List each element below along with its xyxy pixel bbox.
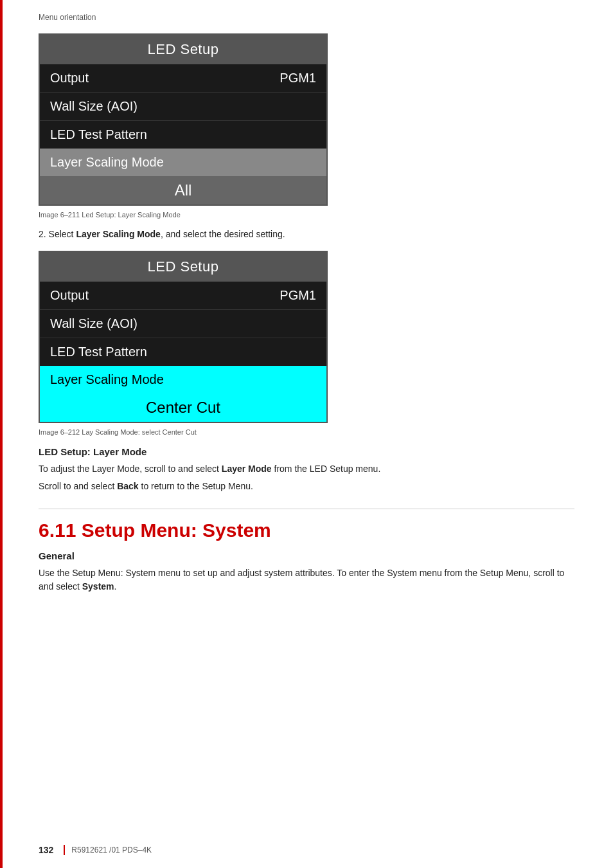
footer-doc-ref: R5912621 /01 PDS–4K xyxy=(71,845,152,854)
led-menu-box-2: LED Setup Output PGM1 Wall Size (AOI) LE… xyxy=(39,251,328,423)
led-menu-row-label: Output xyxy=(50,71,89,86)
subsection1-bold2: Back xyxy=(117,481,138,491)
led-menu-row-testpattern-2: LED Test Pattern xyxy=(40,338,326,366)
led-menu-row-output-1: Output PGM1 xyxy=(40,64,326,93)
led-menu-selected-value-2: Center Cut xyxy=(40,393,326,422)
general-body: Use the Setup Menu: System menu to set u… xyxy=(39,566,574,593)
led-menu-title-2: LED Setup xyxy=(40,252,326,282)
footer-page-number: 132 xyxy=(39,845,53,855)
led-menu-row-label: LED Test Pattern xyxy=(50,345,147,359)
footer-separator xyxy=(64,845,65,855)
subsection1-heading: LED Setup: Layer Mode xyxy=(39,446,574,457)
subsection1-body2: Scroll to and select Back to return to t… xyxy=(39,480,574,493)
led-menu-row-testpattern-1: LED Test Pattern xyxy=(40,121,326,149)
led-menu-row-label: Layer Scaling Mode xyxy=(50,155,164,170)
led-menu-row-label: Layer Scaling Mode xyxy=(50,372,164,387)
led-menu-row-scalingmode-2: Layer Scaling Mode xyxy=(40,366,326,393)
led-menu-row-wallsize-2: Wall Size (AOI) xyxy=(40,310,326,338)
step2-after: , and select the desired setting. xyxy=(161,229,285,239)
step2-before: Select xyxy=(49,229,76,239)
led-menu-row-label: Wall Size (AOI) xyxy=(50,99,138,114)
image1-caption: Image 6–211 Led Setup: Layer Scaling Mod… xyxy=(39,211,574,219)
general-heading: General xyxy=(39,550,574,561)
led-menu-row-label: Wall Size (AOI) xyxy=(50,316,138,331)
big-section-heading: 6.11 Setup Menu: System xyxy=(39,520,574,541)
page-border xyxy=(0,0,3,868)
led-menu-row-output-2: Output PGM1 xyxy=(40,282,326,310)
section-label: Menu orientation xyxy=(39,13,574,22)
subsection1-bold1: Layer Mode xyxy=(222,464,272,474)
general-end: . xyxy=(114,581,117,592)
led-menu-row-wallsize-1: Wall Size (AOI) xyxy=(40,93,326,121)
led-menu-selected-value-1: All xyxy=(40,176,326,204)
led-menu-title-1: LED Setup xyxy=(40,35,326,64)
general-bold: System xyxy=(82,581,114,592)
image2-caption: Image 6–212 Lay Scaling Mode: select Cen… xyxy=(39,428,574,436)
led-menu-row-value: PGM1 xyxy=(280,288,316,303)
led-menu-row-scalingmode-1: Layer Scaling Mode xyxy=(40,149,326,176)
page-footer: 132 R5912621 /01 PDS–4K xyxy=(39,845,574,855)
step2-bold: Layer Scaling Mode xyxy=(76,229,160,239)
led-menu-row-value: PGM1 xyxy=(280,71,316,86)
led-menu-row-label: LED Test Pattern xyxy=(50,127,147,142)
step2-text: 2. Select Layer Scaling Mode, and select… xyxy=(39,229,574,239)
subsection1-body1: To adjust the Layer Mode, scroll to and … xyxy=(39,462,574,476)
section-divider xyxy=(39,509,574,509)
led-menu-box-1: LED Setup Output PGM1 Wall Size (AOI) LE… xyxy=(39,33,328,206)
led-menu-row-label: Output xyxy=(50,288,89,303)
